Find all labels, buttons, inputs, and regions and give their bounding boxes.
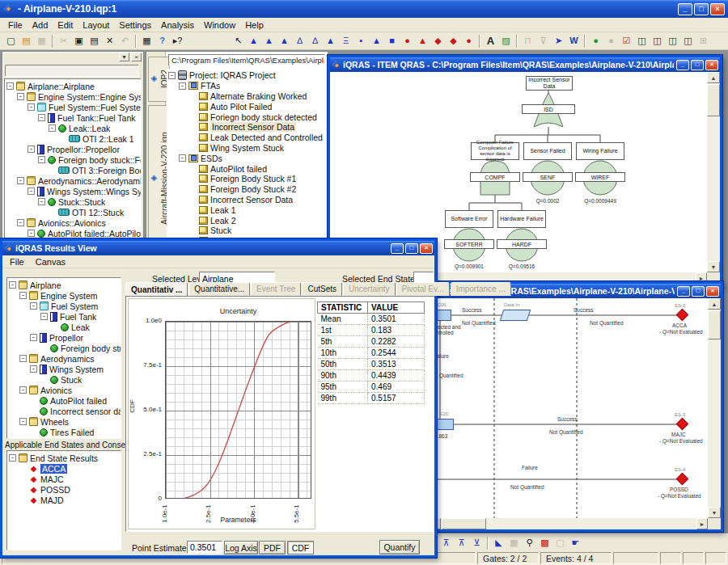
tree-item-auto-pilot-failed[interactable]: Auto Pilot Failed xyxy=(167,101,328,112)
paste-icon[interactable]: ▤ xyxy=(87,34,102,48)
tree-item-leak-1[interactable]: Leak 1 xyxy=(167,204,328,215)
tree-item-foreign-body-stuck-2[interactable]: Foreign Body Stuck #2 xyxy=(167,184,328,195)
tree-item-airplane[interactable]: -Airplane xyxy=(7,280,121,290)
report-window-3-icon[interactable]: ◫ xyxy=(680,34,696,48)
tree-item-autopilot-failed[interactable]: AutoPilot failed xyxy=(167,163,328,174)
expander-icon[interactable]: - xyxy=(168,72,176,79)
text-tool-icon[interactable]: A xyxy=(483,34,498,48)
diamond-event-tool-icon[interactable]: ◆ xyxy=(430,34,446,48)
expander-icon[interactable]: - xyxy=(9,454,16,462)
tree-item-tires-failed[interactable]: Tires Failed xyxy=(7,427,121,437)
tree-item-wings-system[interactable]: -Wings System xyxy=(7,364,121,374)
context-help-icon[interactable]: ▸? xyxy=(170,34,185,48)
close-button[interactable]: × xyxy=(705,60,718,70)
tree-item-autopilot-failed[interactable]: AutoPilot failed xyxy=(7,395,121,406)
expander-icon[interactable]: - xyxy=(38,156,45,163)
tree-item-aerodynamics-aerodynamics[interactable]: -Aerodynamics::Aerodynamics xyxy=(5,175,141,186)
dash-tool-icon[interactable]: ▪ xyxy=(353,34,369,48)
voting-gate-tool-icon[interactable]: ▲ xyxy=(323,34,338,48)
close-button[interactable]: × xyxy=(420,243,433,254)
tree-item-oti-12-stuck[interactable]: OTI 12::Stuck xyxy=(5,207,141,217)
top-event-box[interactable]: Incorrect Sensor Data xyxy=(526,76,573,91)
expander-icon[interactable]: - xyxy=(28,103,35,111)
report-window-1-icon[interactable]: ◫ xyxy=(650,34,665,48)
expander-icon[interactable]: - xyxy=(17,177,24,184)
menu-settings[interactable]: Settings xyxy=(114,19,156,31)
gate-label-wiref[interactable]: WIREF xyxy=(575,172,625,182)
tree-item-autopilot-failed-autopilot-failed[interactable]: -AutoPilot failed::AutoPilot failed xyxy=(5,228,141,238)
small-diamond-tool-icon[interactable]: ◆ xyxy=(446,34,461,48)
close-button[interactable]: × xyxy=(710,3,725,15)
menu-edit[interactable]: Edit xyxy=(53,19,78,31)
menu-window[interactable]: Window xyxy=(199,19,240,31)
scroll-thumb[interactable] xyxy=(707,84,720,116)
tree-item-stuck[interactable]: Stuck xyxy=(7,374,121,385)
maximize-button[interactable]: □ xyxy=(691,60,704,70)
color-grid-tool-icon[interactable]: ▩ xyxy=(537,536,552,550)
close-button[interactable]: × xyxy=(706,286,719,297)
esd-canvas[interactable]: LDC06 Success Data In Success ES-2 Detec… xyxy=(430,298,708,518)
tree-item-engine-system[interactable]: -Engine System xyxy=(7,290,121,301)
transfer-gate-tool-icon[interactable]: Ξ xyxy=(338,34,353,48)
tree-item-leak-2[interactable]: Leak 2 xyxy=(167,215,328,226)
xor-gate-tool-icon[interactable]: ∆ xyxy=(307,34,323,48)
tree-item-end-state-results[interactable]: -End State Results xyxy=(7,453,121,463)
gate-label-senf[interactable]: SENF xyxy=(523,172,573,182)
menu-layout[interactable]: Layout xyxy=(78,19,114,31)
word-export-icon[interactable]: W xyxy=(566,34,582,48)
cascade-windows-icon[interactable]: ◫ xyxy=(634,34,650,48)
tree-item-esds[interactable]: -ESDs xyxy=(167,153,328,163)
expander-icon[interactable]: - xyxy=(179,154,186,162)
pointer-tool-icon[interactable]: ↖ xyxy=(231,34,246,48)
tab-quantitative[interactable]: Quantitative... xyxy=(188,282,250,296)
maximize-button[interactable]: □ xyxy=(694,3,709,15)
menu-help[interactable]: Help xyxy=(240,19,269,31)
scroll-thumb[interactable] xyxy=(708,310,721,339)
expander-icon[interactable]: - xyxy=(30,302,37,310)
tree-item-majc[interactable]: ◆MAJC xyxy=(7,474,121,484)
scroll-right-icon[interactable]: ► xyxy=(696,518,708,529)
zoom-tool-icon[interactable]: ⚲ xyxy=(522,536,537,550)
expander-icon[interactable]: - xyxy=(30,334,37,341)
log-axis-button[interactable]: Log Axis xyxy=(224,541,258,554)
expander-icon[interactable]: - xyxy=(9,281,16,289)
tree-item-fuel-system[interactable]: -Fuel System xyxy=(7,301,121,311)
minimize-button[interactable]: _ xyxy=(677,286,690,297)
quantify-toggle-icon[interactable]: ● xyxy=(588,34,603,48)
expander-icon[interactable]: - xyxy=(30,365,37,373)
image-tool-icon[interactable]: ▨ xyxy=(498,34,514,48)
minimize-button[interactable]: _ xyxy=(678,3,692,15)
panel-filter-box[interactable] xyxy=(5,65,139,77)
zoom-scale-tool-icon[interactable]: ◣ xyxy=(491,536,506,550)
menu-add[interactable]: Add xyxy=(28,19,53,31)
expander-icon[interactable]: - xyxy=(28,145,35,153)
expander-icon[interactable]: - xyxy=(38,114,45,121)
minimize-button[interactable]: _ xyxy=(676,60,689,70)
triangle-event-tool-icon[interactable]: ▲ xyxy=(369,34,384,48)
event-box-senf[interactable]: Sensor Failed xyxy=(523,142,572,160)
tree-item-incorrect-sensor-data[interactable]: Incorrect Sensor Data xyxy=(167,122,328,133)
event-box-compf[interactable]: Computer Failure Complication of sensor … xyxy=(471,142,519,160)
scroll-up-icon[interactable]: ▲ xyxy=(708,298,721,310)
align-middle-tool-icon[interactable]: ⊼ xyxy=(454,536,469,550)
expander-icon[interactable]: - xyxy=(49,124,56,132)
gate-label-softerr[interactable]: SOFTERR xyxy=(444,239,494,249)
tree-item-foreign-body-stuck-foreig[interactable]: -Foreign body stuck::Foreig xyxy=(5,154,141,165)
new-document-icon[interactable]: ▢ xyxy=(3,34,19,48)
fault-tree-titlebar[interactable]: iQRAS - ITEM QRAS - C:\Program Files\Ite… xyxy=(330,57,720,72)
tree-item-project-iqras-project[interactable]: -Project: IQRAS Project xyxy=(167,70,328,81)
help-icon[interactable]: ? xyxy=(154,34,170,48)
expander-icon[interactable]: - xyxy=(6,82,14,90)
gate-label-isd[interactable]: ISD xyxy=(522,104,575,114)
square-event-tool-icon[interactable]: ■ xyxy=(384,34,400,48)
tree-item-airplane-airplane[interactable]: -Airplane::Airplane xyxy=(5,81,141,91)
tree-item-wing-system-stuck[interactable]: Wing System Stuck xyxy=(167,143,328,154)
tree-item-avionics-avionics[interactable]: -Avionics::Avionics xyxy=(5,217,141,228)
cdf-button[interactable]: CDF xyxy=(287,541,314,554)
panel-close-button[interactable]: × xyxy=(131,53,142,61)
expander-icon[interactable]: - xyxy=(19,386,27,394)
expander-icon[interactable]: - xyxy=(38,198,45,205)
align-bottom-tool-icon[interactable]: ⊻ xyxy=(469,536,485,550)
scroll-up-icon[interactable]: ▲ xyxy=(707,72,720,83)
copy-icon[interactable]: ▣ xyxy=(71,34,87,48)
